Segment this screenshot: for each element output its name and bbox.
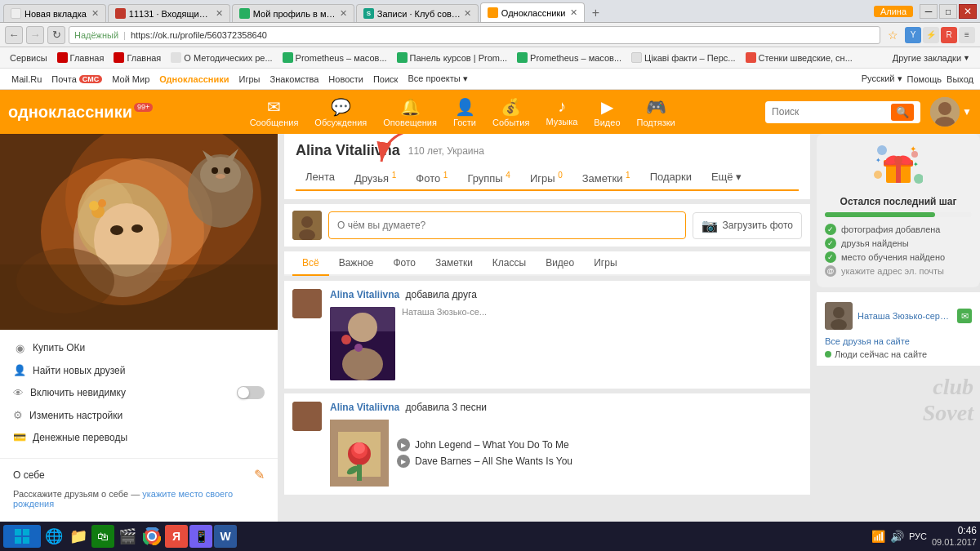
tab-close-4[interactable]: ✕	[464, 8, 471, 19]
feed-tab-games[interactable]: Игры	[584, 251, 626, 274]
tab-lenta[interactable]: Лента	[296, 166, 345, 189]
search-input[interactable]	[772, 106, 891, 118]
browser-tab-4[interactable]: S Записи · Клуб советов... ✕	[356, 4, 479, 22]
ext3[interactable]: R	[941, 27, 957, 43]
friend-mail-icon[interactable]: ✉	[957, 309, 972, 323]
browser-tab-5[interactable]: Одноклассники ✕	[480, 2, 586, 22]
user-dropdown-arrow[interactable]: ▼	[962, 106, 972, 118]
tab-foto[interactable]: Фото 1	[406, 166, 457, 189]
sidebar-item-transfers[interactable]: 💳 Денежные переводы	[0, 426, 278, 448]
play-icon-1[interactable]: ▶	[397, 438, 410, 451]
tab-igry[interactable]: Игры 0	[520, 166, 572, 189]
ok-nav-video[interactable]: ▶ Видео	[586, 94, 628, 131]
friend-name[interactable]: Наташа Зюзько-серебро...	[858, 311, 952, 321]
nav-lang[interactable]: Русский ▾	[862, 73, 902, 84]
bm-services[interactable]: Сервисы	[5, 51, 52, 64]
ok-nav-events[interactable]: 💰 События	[484, 94, 537, 131]
tab-close-1[interactable]: ✕	[91, 8, 99, 19]
feed-tab-all[interactable]: Всё	[292, 251, 329, 276]
bm-metod[interactable]: О Методических ре...	[166, 51, 277, 64]
nav-pochta[interactable]: Почта СМС	[47, 69, 107, 89]
toggle-switch[interactable]	[237, 386, 265, 399]
tab-druzya[interactable]: Друзья 1	[345, 166, 406, 189]
search-icon[interactable]: 🔍	[891, 104, 914, 121]
bm-prom2[interactable]: Prometheus – масов...	[512, 51, 626, 64]
sidebar-item-invisible[interactable]: 👁 Включить невидимку	[0, 381, 278, 404]
nav-ok[interactable]: Одноклассники	[154, 69, 234, 89]
online-people-link[interactable]: Люди сейчас на сайте	[825, 349, 972, 359]
bm-home2[interactable]: Главная	[109, 51, 166, 64]
bm-panel[interactable]: Панель курсов | Prom...	[392, 51, 513, 64]
track-2[interactable]: ▶ Dave Barnes – All She Wants Is You	[397, 455, 572, 468]
feed-tab-video[interactable]: Видео	[536, 251, 584, 274]
feed-author-2[interactable]: Alina Vitaliivna	[330, 402, 399, 413]
ok-nav-games[interactable]: 🎮 Подтязки	[629, 94, 684, 131]
feed-tab-photo[interactable]: Фото	[383, 251, 425, 274]
upload-photo-btn[interactable]: 📷 Загрузить фото	[693, 212, 802, 239]
nav-znakomstva[interactable]: Знакомства	[265, 69, 324, 89]
ok-nav-messages[interactable]: ✉ Сообщения	[242, 94, 307, 131]
track-1[interactable]: ▶ John Legend – What You Do To Me	[397, 438, 572, 451]
bm-home1[interactable]: Главная	[52, 51, 109, 64]
taskbar-store-icon[interactable]: 🛍	[91, 525, 114, 548]
nav-help[interactable]: Помощь	[907, 74, 942, 84]
taskbar-word-icon[interactable]: W	[214, 525, 237, 548]
feed-author-1[interactable]: Alina Vitaliivna	[330, 289, 399, 300]
taskbar-explorer-icon[interactable]: 📁	[67, 525, 90, 548]
feed-tab-notes[interactable]: Заметки	[425, 251, 483, 274]
sidebar-item-find-friends[interactable]: 👤 Найти новых друзей	[0, 359, 278, 381]
nav-moi-mir[interactable]: Мой Мир	[107, 69, 154, 89]
back-btn[interactable]: ←	[5, 26, 23, 44]
star-btn[interactable]: ☆	[884, 26, 902, 44]
feed-tab-important[interactable]: Важное	[329, 251, 384, 274]
tab-close-2[interactable]: ✕	[216, 8, 223, 19]
music-thumb[interactable]	[330, 420, 389, 487]
browser-tab-3[interactable]: Мой профиль в магазин... ✕	[232, 4, 354, 22]
minimize-btn[interactable]: ─	[920, 4, 938, 19]
ok-logo[interactable]: одноклассники 99+	[8, 103, 153, 122]
bm-other[interactable]: Другие закладки ▼	[888, 51, 975, 64]
all-friends-link[interactable]: Все друзья на сайте	[825, 336, 972, 346]
taskbar-chrome-icon[interactable]	[140, 525, 163, 548]
browser-tab-1[interactable]: Новая вкладка ✕	[3, 4, 106, 22]
ok-search-box[interactable]: 🔍	[765, 101, 920, 123]
taskbar-volume-icon[interactable]: 🔊	[890, 530, 904, 543]
nav-vse[interactable]: Все проекты ▾	[403, 69, 472, 89]
ext2[interactable]: ⚡	[923, 27, 939, 43]
forward-btn[interactable]: →	[26, 26, 44, 44]
nav-mailru[interactable]: Mail.Ru	[7, 69, 47, 89]
taskbar-ie-icon[interactable]: 🌐	[42, 525, 65, 548]
ext1[interactable]: Y	[905, 27, 921, 43]
post-input[interactable]	[328, 211, 686, 239]
tab-close-3[interactable]: ✕	[340, 8, 347, 19]
start-btn[interactable]	[3, 525, 41, 548]
feed-tab-klassy[interactable]: Классы	[483, 251, 536, 274]
sidebar-item-settings[interactable]: ⚙ Изменить настройки	[0, 404, 278, 426]
feed-avatar-1[interactable]	[292, 289, 322, 318]
bm-prom1[interactable]: Prometheus – масов...	[278, 51, 392, 64]
tab-close-5[interactable]: ✕	[570, 7, 577, 18]
nav-poisk[interactable]: Поиск	[368, 69, 403, 89]
taskbar-viber-icon[interactable]: 📱	[189, 525, 212, 548]
new-tab-btn[interactable]: +	[586, 4, 604, 22]
tab-podarki[interactable]: Подарки	[640, 166, 702, 189]
maximize-btn[interactable]: □	[939, 4, 957, 19]
nav-igry[interactable]: Игры	[234, 69, 265, 89]
bm-fakty[interactable]: Цікаві факти – Перс...	[626, 51, 740, 64]
taskbar-lang[interactable]: РУС	[909, 531, 927, 541]
ext4[interactable]: ≡	[959, 27, 975, 43]
ok-user-avatar[interactable]	[930, 97, 960, 127]
nav-exit[interactable]: Выход	[947, 74, 973, 84]
friend-thumb[interactable]	[330, 307, 395, 380]
nav-novosti[interactable]: Новости	[323, 69, 368, 89]
tab-eshche[interactable]: Ещё ▾	[702, 166, 751, 189]
tab-zametki[interactable]: Заметки 1	[572, 166, 640, 189]
ok-nav-music[interactable]: ♪ Музыка	[537, 94, 586, 130]
play-icon-2[interactable]: ▶	[397, 455, 410, 468]
close-btn[interactable]: ✕	[959, 4, 977, 19]
friend-avatar[interactable]	[825, 302, 853, 330]
about-edit-icon[interactable]: ✎	[254, 467, 265, 482]
taskbar-network-icon[interactable]: 📶	[871, 530, 885, 543]
sidebar-item-buy-oki[interactable]: ◉ Купить ОКи	[0, 336, 278, 359]
browser-tab-2[interactable]: 11131 · Входящие — Яндекс... ✕	[108, 4, 230, 22]
